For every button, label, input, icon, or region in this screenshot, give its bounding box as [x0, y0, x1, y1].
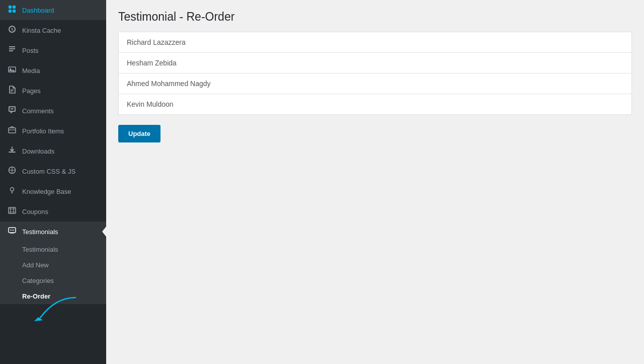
sidebar-item-label: Kinsta Cache	[22, 27, 61, 34]
svg-rect-3	[13, 10, 16, 13]
sidebar-item-label: Downloads	[22, 148, 54, 155]
svg-point-15	[12, 230, 13, 231]
sidebar-item-label: Pages	[22, 87, 41, 95]
sidebar-item-dashboard[interactable]: Dashboard	[0, 0, 106, 20]
svg-rect-7	[9, 128, 16, 133]
reorder-item[interactable]: Kevin Muldoon	[118, 94, 632, 115]
sidebar-item-label: Custom CSS & JS	[22, 168, 75, 175]
sidebar-item-custom-css-js[interactable]: Custom CSS & JS	[0, 161, 106, 181]
media-icon	[7, 65, 17, 76]
sidebar-item-media[interactable]: Media	[0, 60, 106, 81]
reorder-item[interactable]: Ahmed Mohammed Nagdy	[118, 73, 632, 94]
submenu-item-add-new[interactable]: Add New	[0, 257, 106, 273]
svg-rect-12	[9, 207, 16, 213]
svg-point-11	[11, 188, 14, 191]
svg-point-16	[13, 230, 14, 231]
sidebar-item-kinsta-cache[interactable]: Kinsta Cache	[0, 20, 106, 40]
submenu-item-testimonials-list[interactable]: Testimonials	[0, 242, 106, 257]
sidebar-item-label: Media	[22, 67, 40, 75]
sidebar-item-portfolio-items[interactable]: Portfolio Items	[0, 121, 106, 141]
svg-rect-1	[13, 6, 16, 9]
sidebar-item-label: Comments	[22, 107, 54, 115]
sidebar-item-posts[interactable]: Posts	[0, 40, 106, 60]
submenu-item-re-order[interactable]: Re-Order	[0, 288, 106, 304]
svg-point-14	[10, 230, 11, 231]
sidebar-item-testimonials[interactable]: Testimonials	[0, 222, 106, 242]
sidebar-item-label: Testimonials	[22, 228, 58, 236]
sidebar-item-label: Portfolio Items	[22, 127, 64, 135]
sidebar-item-downloads[interactable]: Downloads	[0, 141, 106, 161]
submenu-item-categories[interactable]: Categories	[0, 273, 106, 288]
testimonials-icon	[7, 227, 17, 237]
kinsta-cache-icon	[7, 25, 17, 35]
pages-icon	[7, 86, 17, 96]
sidebar-item-label: Posts	[22, 47, 39, 54]
submenu-testimonials: TestimonialsAdd NewCategoriesRe-Order	[0, 242, 106, 304]
svg-marker-17	[34, 317, 43, 321]
update-button[interactable]: Update	[118, 125, 160, 142]
knowledge-base-icon	[7, 186, 17, 196]
sidebar-item-pages[interactable]: Pages	[0, 81, 106, 101]
main-content: Testimonial - Re-Order Richard Lazazzera…	[106, 0, 644, 364]
portfolio-items-icon	[7, 126, 17, 136]
sidebar-item-coupons[interactable]: Coupons	[0, 201, 106, 222]
sidebar-item-comments[interactable]: Comments	[0, 101, 106, 121]
reorder-item[interactable]: Richard Lazazzera	[118, 32, 632, 52]
sidebar-item-label: Dashboard	[22, 7, 54, 14]
sidebar-item-label: Knowledge Base	[22, 188, 71, 195]
svg-rect-0	[9, 6, 12, 9]
reorder-item[interactable]: Hesham Zebida	[118, 52, 632, 73]
dashboard-icon	[7, 5, 17, 15]
downloads-icon	[7, 146, 17, 156]
comments-icon	[7, 106, 17, 116]
svg-rect-2	[9, 10, 12, 13]
sidebar-item-label: Coupons	[22, 208, 48, 215]
custom-css-js-icon	[7, 166, 17, 176]
coupons-icon	[7, 206, 17, 216]
reorder-list: Richard LazazzeraHesham ZebidaAhmed Moha…	[118, 32, 632, 115]
sidebar: DashboardKinsta CachePostsMediaPagesComm…	[0, 0, 106, 364]
posts-icon	[7, 45, 17, 55]
sidebar-item-knowledge-base[interactable]: Knowledge Base	[0, 181, 106, 201]
page-title: Testimonial - Re-Order	[118, 10, 632, 24]
